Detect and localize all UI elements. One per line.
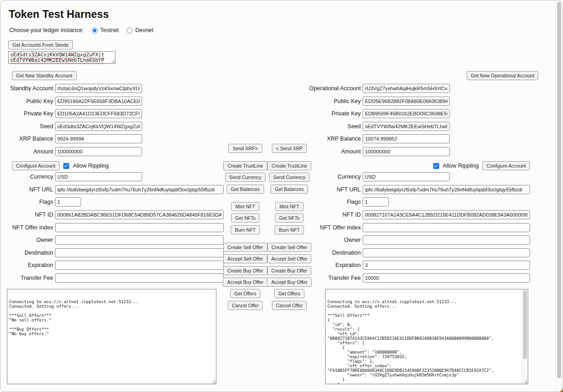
operational-results-textarea[interactable]: Connecting to wss://s.altnet.rippletest.… [325, 289, 528, 384]
standby-xrp-balance-input[interactable] [55, 134, 142, 143]
operational-owner-input[interactable] [363, 235, 530, 245]
get-new-standby-account-button[interactable]: Get New Standby Account [12, 71, 77, 80]
standby-cancel-offer-button[interactable]: Cancel Offer [228, 301, 263, 310]
standby-allow-rippling-checkbox[interactable] [63, 163, 69, 169]
standby-configure-account-button[interactable]: Configure Account [12, 161, 60, 170]
resize-grip-icon[interactable] [211, 379, 215, 383]
standby-accept-sell-offer-button[interactable]: Accept Sell Offer [223, 254, 268, 263]
standby-create-sell-offer-button[interactable]: Create Sell Offer [223, 243, 267, 252]
operational-get-offers-button[interactable]: Get Offers [274, 289, 304, 298]
standby-account-label: Standby Account [0, 84, 55, 93]
page-title: Token Test Harness [9, 8, 109, 21]
operational-allow-rippling-checkbox[interactable] [433, 163, 439, 169]
operational-destination-input[interactable] [363, 248, 530, 257]
page-scrollbar[interactable] [557, 2, 561, 378]
operational-currency-label: Currency [307, 172, 363, 181]
operational-private-key-input[interactable] [363, 109, 450, 118]
standby-get-offers-button[interactable]: Get Offers [230, 289, 260, 298]
standby-expiration-input[interactable] [55, 261, 224, 270]
operational-seed-input[interactable] [363, 122, 450, 131]
operational-currency-input[interactable] [363, 172, 450, 181]
standby-amount-label: Amount [0, 147, 55, 156]
standby-burn-nft-button[interactable]: Burn NFT [231, 225, 260, 234]
standby-get-balances-button[interactable]: Get Balances [226, 185, 264, 194]
standby-nft-id-input[interactable] [55, 210, 224, 219]
operational-owner-label: Owner [307, 235, 363, 245]
operational-get-nfts-button[interactable]: Get NFTs [275, 213, 304, 223]
standby-destination-input[interactable] [55, 248, 224, 257]
operational-get-balances-button[interactable]: Get Balances [270, 185, 308, 194]
ledger-instance-chooser: Choose your ledger instance: Testnet Dev… [9, 27, 154, 34]
standby-allow-rippling-label: Allow Rippling [73, 163, 109, 169]
standby-mint-nft-button[interactable]: Mint NFT [231, 202, 259, 211]
standby-destination-label: Destination [0, 248, 55, 257]
operational-burn-nft-button[interactable]: Burn NFT [275, 225, 304, 234]
standby-amount-input[interactable] [55, 147, 142, 156]
console-scrollbar[interactable] [522, 290, 527, 383]
standby-currency-label: Currency [0, 172, 55, 181]
operational-account-input[interactable] [363, 84, 450, 93]
standby-send-xrp-button[interactable]: Send XRP> [228, 144, 262, 153]
operational-flags-input[interactable] [363, 197, 389, 207]
operational-results-text: Connecting to wss://s.altnet.rippletest.… [327, 299, 526, 384]
token-test-harness-page: Token Test Harness Choose your ledger in… [0, 0, 563, 392]
operational-nft-url-input[interactable] [363, 185, 530, 194]
standby-private-key-label: Private Key [0, 109, 55, 118]
standby-flags-input[interactable] [55, 197, 81, 207]
standby-create-buy-offer-button[interactable]: Create Buy Offer [223, 266, 268, 275]
operational-nft-id-input[interactable] [363, 210, 530, 219]
standby-flags-label: Flags [0, 197, 55, 207]
standby-owner-label: Owner [0, 235, 55, 245]
standby-seed-label: Seed [0, 122, 55, 131]
get-nfts-row: Get NFTs Get NFTs [221, 213, 312, 223]
operational-cancel-offer-button[interactable]: Cancel Offer [272, 301, 307, 310]
operational-flags-label: Flags [307, 197, 363, 207]
create-buy-offer-row: Create Buy Offer Create Buy Offer [221, 266, 312, 275]
standby-column: Standby Account Public Key Private Key S… [0, 84, 224, 286]
standby-nft-offer-index-input[interactable] [55, 223, 224, 232]
standby-get-nfts-button[interactable]: Get NFTs [231, 213, 259, 223]
standby-currency-input[interactable] [55, 172, 142, 181]
standby-nft-id-label: NFT ID [0, 210, 55, 219]
operational-create-sell-offer-button[interactable]: Create Sell Offer [267, 243, 311, 252]
operational-accept-sell-offer-button[interactable]: Accept Sell Offer [267, 254, 312, 263]
get-new-operational-account-button[interactable]: Get New Operational Account [467, 71, 538, 80]
standby-transfer-fee-input[interactable] [55, 273, 224, 283]
standby-owner-input[interactable] [55, 235, 224, 245]
operational-public-key-input[interactable] [363, 97, 450, 106]
mint-nft-row: Mint NFT Mint NFT [221, 202, 312, 211]
standby-results-textarea[interactable]: Connecting to wss://s.altnet.rippletest.… [7, 289, 216, 384]
operational-create-buy-offer-button[interactable]: Create Buy Offer [267, 266, 312, 275]
standby-transfer-fee-label: Transfer Fee [0, 273, 55, 283]
operational-accept-buy-offer-button[interactable]: Accept Buy Offer [267, 278, 311, 287]
standby-account-input[interactable] [55, 84, 142, 93]
console-scrollbar-thumb[interactable] [523, 290, 527, 359]
operational-expiration-input[interactable] [363, 261, 530, 270]
standby-public-key-input[interactable] [55, 97, 142, 106]
standby-results-text: Connecting to wss://s.altnet.rippletest.… [9, 299, 214, 336]
standby-nft-url-input[interactable] [55, 185, 224, 194]
operational-xrp-balance-input[interactable] [363, 134, 450, 143]
get-accounts-from-seeds-button[interactable]: Get Accounts From Seeds [8, 40, 73, 49]
radio-devnet[interactable] [127, 27, 132, 33]
seeds-textarea[interactable]: sEdSdts3ZACojKkVQW14WZgxgZuFXjt sEdTVYW8… [8, 51, 116, 64]
standby-nft-offer-index-label: NFT Offer Index [0, 223, 55, 232]
operational-amount-input[interactable] [363, 147, 450, 156]
radio-testnet[interactable] [92, 27, 98, 33]
create-trustline-row: Create TrustLine Create TrustLine [221, 161, 312, 170]
operational-send-currency-button[interactable]: Send Currency [269, 173, 309, 182]
standby-accept-buy-offer-button[interactable]: Accept Buy Offer [223, 278, 267, 287]
standby-create-trustline-button[interactable]: Create TrustLine [223, 161, 267, 170]
operational-configure-account-button[interactable]: Configure Account [482, 161, 530, 170]
standby-seed-input[interactable] [55, 122, 142, 131]
operational-create-trustline-button[interactable]: Create TrustLine [267, 161, 311, 170]
operational-nft-offer-index-input[interactable] [363, 223, 530, 232]
standby-xrp-balance-label: XRP Balance [0, 134, 55, 143]
operational-private-key-label: Private Key [307, 109, 363, 118]
operational-transfer-fee-input[interactable] [363, 273, 530, 283]
standby-private-key-input[interactable] [55, 109, 142, 118]
burn-nft-row: Burn NFT Burn NFT [221, 225, 312, 234]
operational-send-xrp-button[interactable]: < Send XRP [272, 144, 307, 153]
standby-send-currency-button[interactable]: Send Currency [225, 173, 265, 182]
operational-mint-nft-button[interactable]: Mint NFT [275, 202, 303, 211]
